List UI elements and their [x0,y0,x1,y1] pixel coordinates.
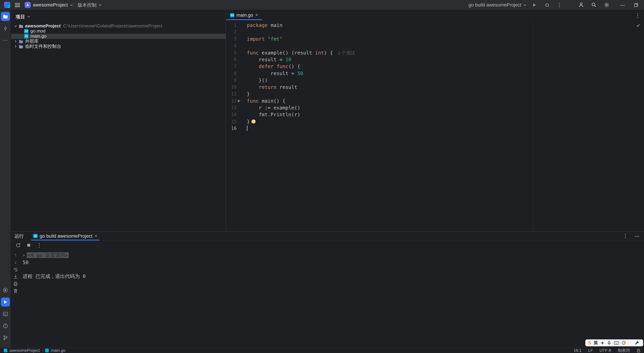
gutter-line-number[interactable]: 1 [226,22,247,28]
code-text[interactable]: defer func() { [247,63,300,70]
expand-chevron-icon[interactable] [14,24,18,28]
gutter-line-number[interactable]: 4 [226,42,247,49]
clear-console-button[interactable] [13,288,18,294]
settings-gear-icon[interactable] [603,2,610,8]
console-folded-region[interactable]: <4 go 设置调用> [27,252,69,258]
usages-inlay-hint[interactable]: 1 个用法 [338,50,355,56]
code-line-12[interactable]: 12▶func main() { [226,98,644,104]
code-line-11[interactable]: 11} [226,90,644,97]
gutter-line-number[interactable]: 13 [226,104,247,111]
gutter-line-number[interactable]: 5 [226,49,247,56]
hide-tool-window-button[interactable]: — [635,233,639,238]
code-with-me-user-icon[interactable] [578,2,584,8]
gutter-line-number[interactable]: 9 [226,77,247,84]
main-menu-button[interactable] [15,3,20,7]
close-tab-icon[interactable]: ✕ [255,13,258,17]
minimize-button[interactable]: — [620,2,625,8]
ime-language-toggle[interactable]: 英 [594,340,598,346]
code-text[interactable]: r := example() [247,104,300,111]
fold-arrow-icon[interactable]: > [23,253,25,258]
collapse-chevron-icon[interactable] [14,40,18,43]
statusbar-caret-position[interactable]: 16:1 [574,348,582,353]
gutter-line-number[interactable]: 11 [226,90,247,97]
debug-bug-icon[interactable] [544,2,550,8]
code-line-4[interactable]: 4 [226,42,644,49]
code-line-6[interactable]: 6 result = 10 [226,56,644,63]
tool-run-button[interactable] [1,298,10,306]
print-button[interactable] [13,281,18,287]
code-line-9[interactable]: 9 }() [226,77,644,84]
run-button[interactable] [531,2,538,8]
statusbar-line-separator[interactable]: LF [588,348,593,353]
code-line-1[interactable]: 1package main [226,22,644,28]
code-text[interactable]: return result [247,84,297,90]
console-output[interactable]: ><4 go 设置调用>50 进程 已完成，退出代码为 0 [20,250,86,348]
gutter-line-number[interactable]: 12▶ [226,98,247,104]
gutter-line-number[interactable]: 14 [226,111,247,118]
code-text[interactable]: package main [247,22,282,28]
statusbar-indent[interactable]: 制表符 [618,348,630,353]
project-widget[interactable]: A awesomeProject [25,2,73,8]
code-text[interactable]: import "fmt" [247,36,282,42]
gutter-line-number[interactable]: 15 [226,118,247,125]
gutter-line-number[interactable]: 10 [226,84,247,90]
tool-services-button[interactable] [1,286,10,294]
tool-project-button[interactable] [1,12,10,21]
code-line-2[interactable]: 2 [226,28,644,36]
code-text[interactable]: func main() { [247,98,286,104]
tree-item-maingo[interactable]: GO main.go [11,34,226,39]
breadcrumb-file[interactable]: main.go [51,348,66,353]
tab-options-button[interactable]: ⋮ [635,13,640,18]
keyboard-icon[interactable] [614,341,619,345]
scroll-to-end-button[interactable] [13,274,18,280]
tree-item-gomod[interactable]: GO go.mod [11,28,226,34]
code-line-13[interactable]: 13 r := example() [226,104,644,111]
toolbox-grid-icon[interactable] [628,341,632,345]
gutter-line-number[interactable]: 6 [226,56,247,63]
code-line-3[interactable]: 3import "fmt" [226,36,644,42]
tool-problems-button[interactable] [1,321,10,330]
readonly-lock-icon[interactable] [637,348,640,352]
sogou-logo-icon[interactable]: S [588,340,591,346]
skin-palette-icon[interactable] [622,341,626,345]
code-line-8[interactable]: 8 result = 50 [226,70,644,77]
mic-icon[interactable] [607,340,612,345]
code-editor[interactable]: 1package main23import "fmt"45func exampl… [226,20,644,132]
code-line-7[interactable]: 7 defer func() { [226,63,644,70]
project-panel-header[interactable]: 项目 [11,10,226,23]
code-text[interactable] [247,125,248,132]
tool-commit-button[interactable] [1,24,10,33]
gutter-line-number[interactable]: 16 [226,125,247,132]
code-line-14[interactable]: 14 fmt.Println(r) [226,111,644,118]
code-text[interactable]: } [247,118,256,125]
stop-button[interactable] [26,242,32,248]
tree-item-root[interactable]: awesomeProject C:\Users\meowr\GolandProj… [11,24,226,28]
gutter-line-number[interactable]: 2 [226,28,247,36]
code-text[interactable]: } [247,90,250,97]
run-tab[interactable]: GO go build awesomeProject ✕ [30,232,101,240]
code-text[interactable]: fmt.Println(r) [247,111,300,118]
code-line-5[interactable]: 5func example() (result int) {1 个用法 [226,49,644,56]
tool-more-button[interactable]: ⋯ [1,36,10,45]
statusbar-encoding[interactable]: UTF-8 [600,348,611,353]
search-everywhere-icon[interactable] [590,2,597,8]
intention-bulb-icon[interactable] [252,120,256,124]
gutter-line-number[interactable]: 7 [226,63,247,70]
editor-tab-maingo[interactable]: GO main.go ✕ [226,10,262,20]
collapse-chevron-icon[interactable] [14,45,18,48]
code-text[interactable]: }() [247,77,268,84]
console-down-button[interactable]: ↓ [13,260,18,265]
run-gutter-icon[interactable]: ▶ [238,98,241,104]
gutter-line-number[interactable]: 8 [226,70,247,77]
code-text[interactable]: func example() (result int) {1 个用法 [247,49,355,56]
tree-item-scratches[interactable]: 临时文件和控制台 [11,44,226,49]
code-line-15[interactable]: 15} [226,118,644,125]
run-configuration-selector[interactable]: go build awesomeProject [468,2,526,8]
code-text[interactable]: result = 50 [247,70,303,77]
run-more-button[interactable]: ⋮ [36,242,42,248]
wrench-settings-icon[interactable] [635,340,640,345]
maximize-restore-button[interactable] [634,3,638,7]
console-up-button[interactable]: ↑ [13,252,18,258]
tool-terminal-button[interactable] [1,310,10,318]
code-line-16[interactable]: 16 [226,125,644,132]
